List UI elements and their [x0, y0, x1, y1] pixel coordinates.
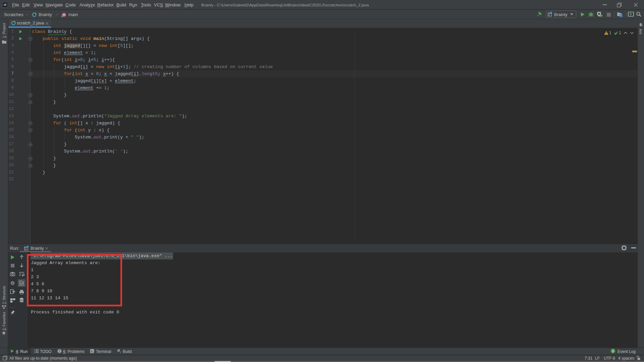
svg-text:m: m: [63, 13, 65, 16]
svg-text:1: 1: [612, 349, 614, 353]
